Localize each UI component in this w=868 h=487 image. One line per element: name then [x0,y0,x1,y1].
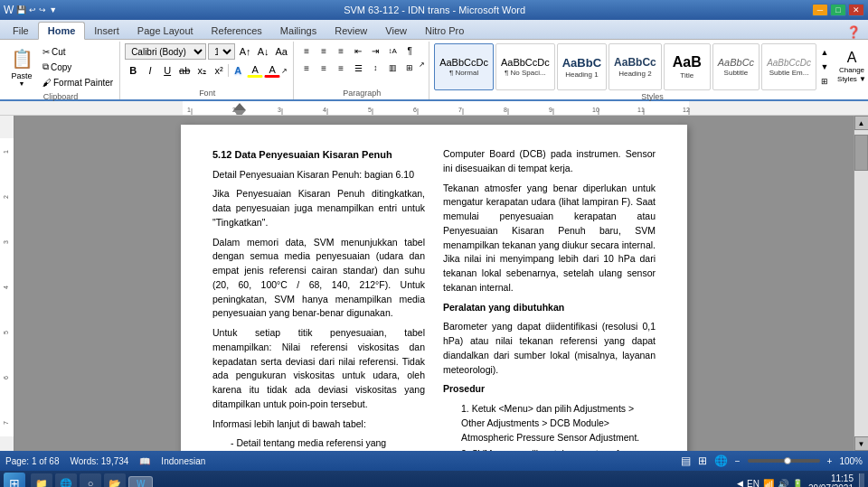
font-size-select[interactable]: 14 [208,43,235,60]
language-indicator[interactable]: Indonesian [161,456,205,466]
style-no-spacing[interactable]: AaBbCcDc ¶ No Spaci... [495,43,555,90]
styles-scroll-down[interactable]: ▼ [818,60,831,74]
style-normal[interactable]: AaBbCcDc ¶ Normal [434,43,494,90]
ribbon: 📋 Paste ▼ ✂ Cut ⧉ Copy 🖌 Format Painter [0,40,868,101]
style-heading1[interactable]: AaBbC Heading 1 [557,43,607,90]
bullets-button[interactable]: ≡ [298,43,315,58]
zoom-minus[interactable]: − [735,456,741,466]
align-center-button[interactable]: ≡ [316,61,332,75]
numbering-button[interactable]: ≡ [316,43,332,58]
tab-insert[interactable]: Insert [85,23,128,39]
tab-file[interactable]: File [4,23,38,39]
document-area: 1 2 3 4 5 6 7 5.12 Data Penyesuaian Kisa… [0,116,868,451]
styles-scroll-up[interactable]: ▲ [818,45,831,60]
font-family-select[interactable]: Calibri (Body) [125,43,206,60]
tray-arrow[interactable]: ◀ [737,479,743,487]
highlight-button[interactable]: A [247,63,263,78]
doc-right-para-1: Computer Board (DCB) pada instrumen. Sen… [443,147,656,176]
align-right-button[interactable]: ≡ [333,61,349,75]
decrease-indent-button[interactable]: ⇤ [350,43,366,58]
justify-button[interactable]: ☰ [350,61,366,75]
status-left: Page: 1 of 68 Words: 19,734 📖 Indonesian [5,456,205,466]
tab-mailings[interactable]: Mailings [271,23,326,39]
zoom-slider[interactable] [748,459,820,463]
sort-button[interactable]: ↕A [384,43,401,58]
taskbar-explorer[interactable]: 📁 [31,473,52,487]
multilevel-button[interactable]: ≡ [333,43,349,58]
tab-page-layout[interactable]: Page Layout [128,23,203,39]
strikethrough-button[interactable]: ab [176,63,193,78]
maximize-button[interactable]: □ [830,4,846,16]
document-page: 5.12 Data Penyesuaian Kisaran Penuh Deta… [181,125,687,451]
minimize-button[interactable]: ─ [812,4,828,16]
view-web-button[interactable]: 🌐 [714,454,728,467]
vertical-scrollbar[interactable]: ▲ ▼ [854,116,868,451]
scroll-thumb[interactable] [854,135,868,171]
zoom-level[interactable]: 100% [839,456,863,466]
start-button[interactable]: ⊞ [4,473,25,487]
paste-dropdown[interactable]: ▼ [19,80,25,87]
change-styles-button[interactable]: A ChangeStyles ▼ [833,43,868,90]
tab-references[interactable]: References [203,23,271,39]
style-title[interactable]: AaB Title [664,43,711,90]
borders-button[interactable]: ⊞ [401,61,418,75]
subscript-button[interactable]: x₂ [193,63,210,78]
styles-more[interactable]: ⊞ [818,74,831,89]
paste-icon: 📋 [11,48,33,70]
taskbar-chrome[interactable]: ○ [80,473,101,487]
styles-group-name: Styles [641,90,664,101]
cut-button[interactable]: ✂ Cut [40,44,116,59]
font-bottom-row: B I U ab x₂ x² A A A ↗ [125,63,288,78]
style-heading2-preview: AaBbCc [614,56,656,69]
scroll-down-button[interactable]: ▼ [854,436,869,451]
text-effects-button[interactable]: A [230,63,246,78]
font-content: Calibri (Body) 14 A↑ A↓ Aa B I U ab x₂ x… [125,43,289,87]
taskbar-ie[interactable]: 🌐 [55,473,77,487]
close-button[interactable]: ✕ [848,4,864,16]
help-button[interactable]: ❓ [846,25,861,39]
show-desktop-button[interactable] [859,473,864,487]
view-print-button[interactable]: ▤ [681,454,691,467]
copy-button[interactable]: ⧉ Copy [40,60,116,74]
ruler-svg: // Ruler marks rendered via CSS/SVG belo… [2,101,866,116]
line-spacing-button[interactable]: ↕ [367,61,383,75]
shading-button[interactable]: ▥ [384,61,401,75]
taskbar-word-app[interactable]: W [128,476,153,488]
show-marks-button[interactable]: ¶ [401,43,418,58]
paragraph-settings-launcher[interactable]: ↗ [419,61,425,75]
svg-text:3: 3 [3,240,9,244]
scroll-up-button[interactable]: ▲ [854,116,869,130]
format-painter-button[interactable]: 🖌 Format Painter [40,75,116,89]
zoom-plus[interactable]: + [827,456,833,466]
document-scroll[interactable]: 5.12 Data Penyesuaian Kisaran Penuh Deta… [14,116,854,451]
superscript-button[interactable]: x² [211,63,227,78]
spell-check-icon: 📖 [139,456,150,466]
scroll-track[interactable] [854,130,868,436]
increase-indent-button[interactable]: ⇥ [367,43,383,58]
style-subtitle[interactable]: AaBbCc Subtitle [712,43,760,90]
view-full-button[interactable]: ⊞ [698,454,707,467]
decrease-font-button[interactable]: A↓ [255,44,271,59]
style-subtle[interactable]: AaBbCcDc Subtle Em... [761,43,816,90]
font-color-button[interactable]: A [264,63,280,78]
tab-nitro-pro[interactable]: Nitro Pro [416,23,473,39]
font-settings-launcher[interactable]: ↗ [281,67,288,75]
align-left-button[interactable]: ≡ [298,61,315,75]
style-heading2[interactable]: AaBbCc Heading 2 [609,43,662,90]
style-normal-label: ¶ Normal [449,69,478,77]
tab-home[interactable]: Home [38,22,86,40]
clear-format-button[interactable]: Aa [273,44,289,59]
style-subtle-preview: AaBbCcDc [767,58,811,68]
style-normal-preview: AaBbCcDc [439,57,488,68]
underline-button[interactable]: U [159,63,175,78]
tab-view[interactable]: View [376,23,416,39]
tab-review[interactable]: Review [326,23,376,39]
increase-font-button[interactable]: A↑ [237,44,253,59]
clock[interactable]: 11:15 29/07/2021 [808,473,854,487]
taskbar-folder2[interactable]: 📂 [104,473,126,487]
taskbar-right: ◀ EN 📶 🔊 🔋 11:15 29/07/2021 [737,473,864,487]
paste-button[interactable]: 📋 Paste ▼ [5,43,38,90]
italic-button[interactable]: I [142,63,158,78]
bold-button[interactable]: B [125,63,141,78]
language-tray[interactable]: EN [747,479,760,488]
